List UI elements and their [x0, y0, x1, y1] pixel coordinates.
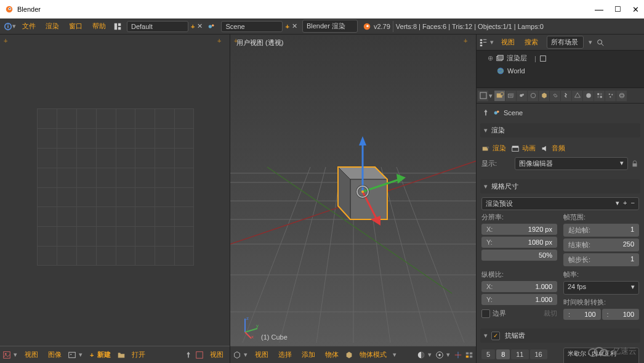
outliner-item-renderlayers[interactable]: ⊕ 渲染层 |	[477, 52, 644, 65]
prop-editor-dropdown[interactable]	[489, 92, 494, 100]
minimize-button[interactable]: —	[595, 4, 603, 14]
close-button[interactable]: ✕	[632, 5, 639, 14]
pin-icon[interactable]	[184, 351, 193, 359]
step-frame-field[interactable]: 帧步长:1	[563, 253, 639, 266]
maximize-button[interactable]: ☐	[614, 5, 621, 14]
prop-tab-modifiers[interactable]	[561, 91, 571, 101]
border-checkbox[interactable]	[481, 309, 490, 318]
prop-tab-world[interactable]	[528, 91, 538, 101]
menu-render[interactable]: 渲染	[41, 22, 64, 31]
3d-viewport[interactable]: + + 用户视图 (透视)	[230, 35, 476, 346]
prop-tab-renderlayers[interactable]	[505, 91, 516, 101]
prop-tab-dropdown[interactable]	[478, 91, 488, 101]
image-slot-icon[interactable]	[195, 351, 204, 359]
start-frame-field[interactable]: 起始帧:1	[563, 224, 639, 237]
prop-tab-render[interactable]	[494, 91, 505, 101]
remap-new-field[interactable]: :100	[602, 309, 640, 320]
editor-type-dropdown-3d[interactable]	[244, 351, 249, 359]
prop-tab-data[interactable]	[572, 91, 582, 101]
menu-image[interactable]: 图像	[44, 349, 65, 361]
scene-field[interactable]: Scene	[221, 21, 283, 32]
outliner-menu-search[interactable]: 搜索	[521, 36, 542, 48]
image-editor-icon[interactable]	[2, 351, 11, 359]
menu-view-left[interactable]: 视图	[21, 349, 42, 361]
menu-add[interactable]: 添加	[298, 349, 319, 361]
render-button[interactable]: 渲染	[481, 144, 506, 153]
aspect-x-field[interactable]: X:1.000	[481, 281, 557, 292]
add-scene-button[interactable]: +	[285, 23, 289, 30]
layout-icon[interactable]	[113, 22, 122, 31]
outliner-icon[interactable]	[479, 38, 488, 47]
outliner-tree[interactable]: ⊕ 渲染层 | World	[477, 51, 644, 88]
end-frame-field[interactable]: 结束帧:250	[563, 239, 639, 251]
add-layout-button[interactable]: +	[191, 23, 195, 30]
menu-help[interactable]: 帮助	[87, 22, 111, 31]
fps-select[interactable]: 24 fps▾	[563, 281, 639, 295]
pivot-icon[interactable]	[435, 351, 444, 359]
aa-opt-11[interactable]: 11	[511, 349, 528, 359]
panel-aa-header[interactable]: 抗锯齿	[480, 328, 640, 343]
menu-file[interactable]: 文件	[17, 22, 41, 31]
outliner-display-dropdown[interactable]	[589, 38, 594, 46]
menu-view2[interactable]: 视图	[206, 349, 227, 361]
uv-view[interactable]: + + /* drawn via static children below *…	[0, 35, 230, 346]
info-icon[interactable]	[4, 22, 12, 31]
aa-filter-select[interactable]: 米歇尔 - 内卓互利	[563, 348, 639, 363]
render-engine-select[interactable]: Blender 渲染	[302, 20, 358, 33]
res-y-field[interactable]: Y:1080 px	[481, 237, 557, 248]
region-toggle-right[interactable]: +	[217, 37, 226, 46]
search-icon[interactable]	[596, 38, 605, 47]
panel-dimensions-header[interactable]: 规格尺寸	[480, 179, 640, 194]
prop-tab-scene[interactable]	[517, 91, 527, 101]
shading-icon[interactable]	[417, 351, 425, 359]
aa-enable-checkbox[interactable]	[491, 332, 500, 340]
menu-window[interactable]: 窗口	[64, 22, 87, 31]
mode-select[interactable]: 物体模式	[356, 349, 390, 361]
outliner-display-mode[interactable]: 所有场景	[547, 36, 584, 49]
aspect-y-field[interactable]: Y:1.000	[481, 294, 557, 305]
prop-tab-object[interactable]	[539, 91, 549, 101]
screen-layout-field[interactable]: Default	[127, 21, 188, 32]
editor-type-dropdown-left[interactable]	[14, 351, 18, 359]
remove-layout-button[interactable]: ✕	[197, 22, 203, 30]
open-image-button[interactable]: 打开	[128, 349, 149, 361]
lock-icon[interactable]	[630, 160, 639, 168]
layers-icon[interactable]	[465, 351, 473, 359]
outliner-type-dropdown[interactable]	[490, 38, 495, 46]
prop-tab-particles[interactable]	[605, 91, 616, 101]
render-preset-select[interactable]: 渲染预设▾ + −	[481, 197, 639, 210]
aa-opt-16[interactable]: 16	[530, 349, 547, 359]
pivot-dropdown[interactable]	[446, 351, 451, 359]
mode-dropdown[interactable]	[393, 351, 398, 359]
prop-tab-constraints[interactable]	[550, 91, 560, 101]
outliner-item-world[interactable]: World	[477, 65, 644, 77]
prop-tab-physics[interactable]	[616, 91, 627, 101]
image-browse-icon[interactable]	[68, 351, 76, 359]
menu-object[interactable]: 物体	[321, 349, 342, 361]
res-x-field[interactable]: X:1920 px	[481, 224, 557, 235]
display-select[interactable]: 图像编辑器▾	[515, 157, 628, 170]
panel-render-header[interactable]: 渲染	[480, 123, 640, 137]
animation-button[interactable]: 动画	[511, 144, 536, 153]
menu-view-3d[interactable]: 视图	[251, 349, 272, 361]
cube-editor-icon[interactable]	[233, 351, 241, 359]
outliner-menu-view[interactable]: 视图	[497, 36, 518, 48]
aa-opt-5[interactable]: 5	[481, 349, 495, 359]
menu-select[interactable]: 选择	[275, 349, 296, 361]
region-toggle-left[interactable]: +	[4, 37, 12, 46]
shading-dropdown[interactable]	[428, 351, 433, 359]
aa-opt-8[interactable]: 8	[496, 349, 510, 359]
prop-tab-texture[interactable]	[594, 91, 605, 101]
scene-crumb[interactable]: Scene	[504, 109, 523, 116]
prop-tab-material[interactable]	[583, 91, 594, 101]
pin-icon-props[interactable]	[481, 108, 490, 117]
image-browse-dropdown[interactable]	[79, 351, 84, 359]
manipulator-icon[interactable]	[454, 351, 462, 359]
new-image-button[interactable]: +新建	[86, 349, 115, 361]
editor-type-dropdown[interactable]	[12, 22, 17, 30]
remap-old-field[interactable]: :100	[563, 309, 601, 320]
res-pct-field[interactable]: 50%	[481, 250, 557, 261]
remove-scene-button[interactable]: ✕	[292, 22, 297, 30]
audio-button[interactable]: 音频	[541, 144, 565, 153]
aa-samples-toggle[interactable]: 5 8 11 16	[481, 349, 557, 359]
